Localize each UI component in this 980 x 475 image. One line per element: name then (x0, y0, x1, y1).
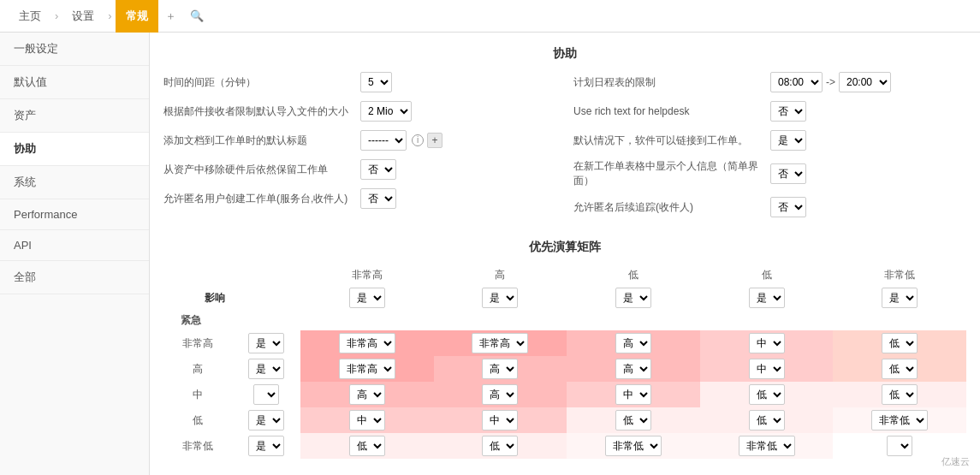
row-veryhigh-select-cell: 是 (232, 330, 300, 356)
select-anon[interactable]: 否 (360, 188, 396, 209)
cell-vh-vl: 低 (833, 330, 966, 356)
select-doctitle[interactable]: ------ (360, 130, 407, 151)
select-interval[interactable]: 5 (360, 72, 392, 92)
label-richtext: Use rich text for helpdesk (573, 105, 762, 117)
sidebar-item-all[interactable]: 全部 (0, 261, 149, 294)
select-keepticket[interactable]: 否 (360, 159, 396, 180)
select-followup[interactable]: 否 (770, 197, 806, 217)
row-high-select[interactable]: 是 (248, 359, 284, 379)
col-low-select[interactable]: 是 (749, 288, 785, 308)
col-high-select[interactable]: 是 (482, 288, 518, 308)
form-row-doctitle: 添加文档到工作单时的默认标题 ------ i + (163, 130, 556, 151)
row-low-label: 低 (163, 407, 232, 433)
row-veryhigh-select[interactable]: 是 (248, 333, 284, 353)
table-row: 非常低 是 低 低 非常低 (163, 433, 966, 459)
cell-l-vl: 非常低 (833, 407, 966, 433)
select-personal-wrap: 否 (770, 163, 806, 184)
nav-home[interactable]: 主页 (9, 0, 51, 33)
select-h-vh[interactable]: 非常高 (339, 359, 395, 379)
select-vh-m[interactable]: 高 (615, 333, 651, 353)
cell-vl-m: 非常低 (567, 433, 700, 459)
select-h-l[interactable]: 中 (749, 359, 785, 379)
select-m-l[interactable]: 低 (749, 384, 785, 405)
label-keepticket: 从资产中移除硬件后依然保留工作单 (163, 163, 352, 177)
schedule-arrow: -> (826, 76, 835, 88)
cell-vh-m: 高 (567, 330, 700, 356)
sidebar-item-system[interactable]: 系统 (0, 166, 149, 199)
priority-matrix-table: 非常高 高 低 低 非常低 影响 是 是 (163, 265, 966, 459)
select-l-m[interactable]: 低 (615, 410, 651, 430)
row-verylow-select[interactable]: 是 (248, 436, 284, 456)
select-vh-l[interactable]: 中 (749, 333, 785, 353)
select-h-m[interactable]: 高 (615, 359, 651, 379)
cell-h-h: 高 (434, 356, 567, 382)
label-interval: 时间的间距（分钟） (163, 75, 352, 90)
select-vl-m[interactable]: 非常低 (605, 436, 662, 456)
select-vh-vl[interactable]: 低 (882, 333, 918, 353)
plus-icon[interactable]: ＋ (158, 0, 183, 33)
select-h-vl[interactable]: 低 (882, 359, 918, 379)
row-verylow-label: 非常低 (163, 433, 232, 459)
select-l-vh[interactable]: 中 (349, 410, 385, 430)
select-vl-h[interactable]: 低 (482, 436, 518, 456)
select-h-h[interactable]: 高 (482, 359, 518, 379)
col-verylow-select[interactable]: 是 (882, 288, 918, 308)
add-btn[interactable]: + (427, 133, 442, 148)
table-row: 高 是 非常高 高 高 中 (163, 356, 966, 382)
select-vl-vh[interactable]: 低 (349, 436, 385, 456)
select-l-h[interactable]: 中 (482, 410, 518, 430)
col-high-select-cell: 是 (434, 285, 567, 311)
form-row-softlink: 默认情况下，软件可以链接到工作单。 是 (573, 130, 966, 151)
cell-h-m: 高 (567, 356, 700, 382)
select-vl-l[interactable]: 非常低 (739, 436, 795, 456)
sidebar-item-general[interactable]: 一般设定 (0, 33, 149, 66)
label-softlink: 默认情况下，软件可以链接到工作单。 (573, 134, 762, 148)
select-vh-vh[interactable]: 非常高 (339, 333, 395, 353)
select-m-vl[interactable]: 低 (882, 384, 918, 405)
row-mid-select[interactable] (253, 384, 279, 405)
col-veryhigh-select[interactable]: 是 (349, 288, 385, 308)
sidebar-item-collaboration[interactable]: 协助 (0, 133, 149, 166)
matrix-urgency-label-row: 紧急 (163, 311, 966, 330)
select-vh-h[interactable]: 非常高 (472, 333, 528, 353)
sidebar-item-defaults[interactable]: 默认值 (0, 66, 149, 99)
cell-vh-l: 中 (700, 330, 834, 356)
col-veryhigh-label: 非常高 (300, 265, 434, 285)
cell-m-vh: 高 (300, 382, 434, 407)
nav-arrow-2: › (104, 0, 115, 33)
select-l-l[interactable]: 低 (749, 410, 785, 430)
select-l-vl[interactable]: 非常低 (871, 410, 928, 430)
urgency-section-label: 紧急 (163, 311, 300, 330)
col-mid-select[interactable]: 是 (615, 288, 651, 308)
cell-vh-h: 非常高 (434, 330, 567, 356)
select-vl-vl[interactable] (887, 436, 912, 456)
select-m-vh[interactable]: 高 (349, 384, 385, 405)
select-m-h[interactable]: 高 (482, 384, 518, 405)
cell-l-m: 低 (567, 407, 700, 433)
label-filesize: 根据邮件接收者限制默认导入文件的大小 (163, 104, 352, 119)
select-followup-wrap: 否 (770, 197, 806, 217)
select-personal[interactable]: 否 (770, 163, 806, 184)
form-row-followup: 允许匿名后续追踪(收件人) 否 (573, 197, 966, 217)
select-softlink[interactable]: 是 (770, 130, 806, 151)
search-icon[interactable]: 🔍 (183, 0, 211, 33)
row-low-select[interactable]: 是 (248, 410, 284, 430)
row-high-select-cell: 是 (232, 356, 300, 382)
select-richtext[interactable]: 否 (770, 101, 806, 122)
select-schedule-start[interactable]: 08:00 (770, 72, 823, 92)
select-schedule-end[interactable]: 20:00 (839, 72, 891, 92)
nav-general[interactable]: 常规 (116, 0, 158, 33)
label-followup: 允许匿名后续追踪(收件人) (573, 200, 762, 215)
cell-m-h: 高 (434, 382, 567, 407)
col-verylow-label: 非常低 (833, 265, 966, 285)
cell-vh-vh: 非常高 (300, 330, 434, 356)
info-icon[interactable]: i (412, 134, 424, 146)
sidebar-item-api[interactable]: API (0, 230, 149, 261)
sidebar-item-assets[interactable]: 资产 (0, 99, 149, 133)
select-m-m[interactable]: 中 (615, 384, 651, 405)
row-mid-label: 中 (163, 382, 232, 407)
select-filesize[interactable]: 2 Mio (360, 101, 412, 122)
nav-settings[interactable]: 设置 (62, 0, 104, 33)
sidebar-item-performance[interactable]: Performance (0, 199, 149, 230)
form-row-filesize: 根据邮件接收者限制默认导入文件的大小 2 Mio (163, 101, 556, 122)
